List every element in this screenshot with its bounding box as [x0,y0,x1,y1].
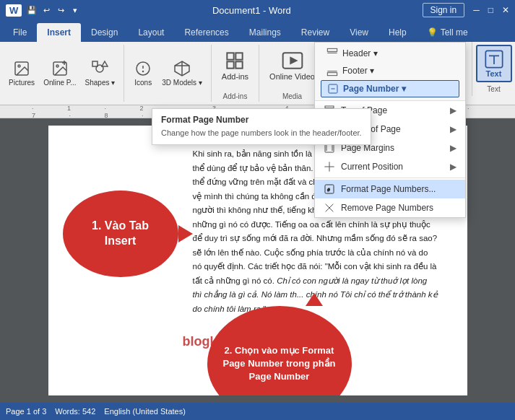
tooltip-title: Format Page Number [161,115,362,125]
tab-layout[interactable]: Layout [128,23,174,42]
tab-references[interactable]: References [174,23,238,42]
tab-insert[interactable]: Insert [37,23,81,42]
ribbon-icons-icons: Icons 3D Models ▾ [130,46,205,100]
save-icon[interactable]: 💾 [26,4,38,16]
callout-2: 2. Chọn vào mục Format Page Number trong… [207,306,352,395]
page-number-icon [327,83,339,95]
remove-numbers-icon [324,202,335,214]
svg-rect-16 [236,53,243,59]
callout-1-text: 1. Vào TabInsert [92,219,149,249]
current-position-icon [324,161,335,172]
dropdown-header: Header ▾ Footer ▾ Page Number ▾ [315,43,465,101]
tab-tell-me[interactable]: 💡 Tell me [417,23,478,42]
svg-marker-8 [102,61,108,66]
ribbon-group-addins: Add-ins Add-ins [212,45,259,102]
current-position-item[interactable]: Current Position ▶ [315,157,465,176]
3d-models-button[interactable]: 3D Models ▾ [159,58,205,88]
footer-icon [326,65,338,76]
format-page-numbers-item[interactable]: # Format Page Numbers... [315,180,465,198]
page-info: Page 1 of 3 [6,407,46,416]
tab-file[interactable]: File [3,23,37,42]
tab-view[interactable]: View [339,23,378,42]
language: English (United States) [104,407,186,416]
ribbon-group-illustrations: Pictures Online P... Shapes ▾ [0,45,124,102]
lightbulb-icon: 💡 [427,27,438,38]
remove-page-numbers-label: Remove Page Numbers [341,203,433,213]
ribbon-icons-illustrations: Pictures Online P... Shapes ▾ [6,46,118,100]
top-arrow-icon: ▶ [450,105,456,115]
title-bar-left: W 💾 ↩ ↪ ▾ [6,4,81,17]
text-button[interactable]: Text [476,45,512,82]
svg-point-11 [143,71,144,72]
svg-rect-24 [327,73,337,76]
status-bar: Page 1 of 3 Words: 542 English (United S… [0,403,515,420]
svg-rect-21 [327,48,337,51]
callout-1-arrow [178,225,193,242]
title-bar-right: Sign in ─ □ ✕ [423,3,509,17]
callout-2-arrow [306,293,323,306]
icons-button[interactable]: Icons [130,58,156,88]
svg-rect-18 [236,61,243,68]
tab-review[interactable]: Review [291,23,339,42]
callout-2-text: 2. Chọn vào mục Format Page Number trong… [222,344,337,384]
svg-text:#: # [327,188,330,192]
online-video-button[interactable]: Online Video [265,46,319,84]
header-icon [326,48,338,59]
format-page-numbers-icon: # [324,183,335,195]
tab-help[interactable]: Help [378,23,417,42]
svg-rect-15 [228,53,234,59]
pictures-button[interactable]: Pictures [6,58,38,88]
quick-access-toolbar: 💾 ↩ ↪ ▾ [26,4,81,16]
undo-icon[interactable]: ↩ [40,4,52,16]
margins-arrow-icon: ▶ [450,143,456,153]
shapes-button[interactable]: Shapes ▾ [82,58,118,88]
header-button[interactable]: Header ▾ [321,45,459,61]
close-button[interactable]: ✕ [502,5,509,15]
bottom-arrow-icon: ▶ [450,124,456,134]
svg-rect-17 [228,61,234,68]
signin-button[interactable]: Sign in [423,3,465,17]
word-count: Words: 542 [55,407,95,416]
word-logo-icon: W [6,4,22,17]
ribbon-group-icons: Icons 3D Models ▾ [124,45,212,102]
tab-mailings[interactable]: Mailings [239,23,291,42]
page-number-label: Page Number ▾ [343,84,406,94]
format-page-numbers-label: Format Page Numbers... [341,184,436,194]
customize-icon[interactable]: ▾ [69,4,81,16]
page-number-button[interactable]: Page Number ▾ [321,80,459,97]
text-label: Text [486,69,502,78]
addins-button[interactable]: Add-ins [217,46,253,84]
minimize-button[interactable]: ─ [473,5,480,15]
format-tooltip: Format Page Number Change how the page n… [152,108,371,145]
header-label: Header ▾ [342,48,378,58]
title-bar: W 💾 ↩ ↪ ▾ Document1 - Word Sign in ─ □ ✕ [0,0,515,20]
position-arrow-icon: ▶ [450,162,456,172]
footer-label: Footer ▾ [342,66,374,76]
svg-marker-20 [290,58,296,64]
tab-design[interactable]: Design [81,23,128,42]
svg-point-3 [56,65,59,67]
window-title: Document1 - Word [212,5,291,16]
tooltip-description: Change how the page numbers look in the … [161,128,362,139]
text-icon [484,49,504,69]
ribbon-tabs: File Insert Design Layout References Mai… [0,20,515,42]
text-panel: Text Text [472,42,515,96]
svg-point-1 [18,65,20,67]
callout-1: 1. Vào TabInsert [63,191,178,277]
remove-page-numbers-item[interactable]: Remove Page Numbers [315,198,465,217]
dropdown-divider [315,178,465,178]
redo-icon[interactable]: ↪ [55,4,66,16]
footer-button[interactable]: Footer ▾ [321,63,459,79]
current-position-label: Current Position [341,162,403,172]
maximize-button[interactable]: □ [488,5,493,15]
ribbon: Pictures Online P... Shapes ▾ Icons 3D M… [0,42,515,105]
online-pictures-button[interactable]: Online P... [40,58,79,88]
